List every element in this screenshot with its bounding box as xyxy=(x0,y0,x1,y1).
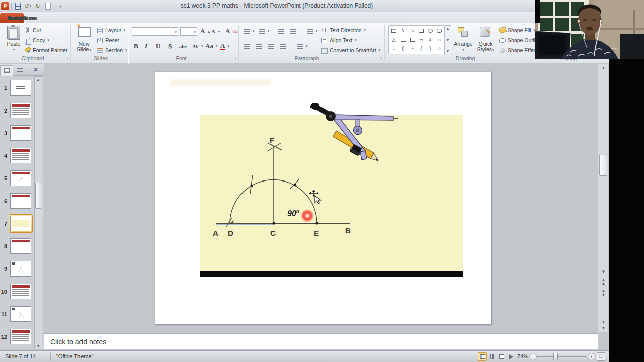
zoom-level[interactable]: 74% xyxy=(517,353,528,359)
slide-thumbnail-row[interactable]: 12 xyxy=(0,325,34,348)
notes-scroll-up-icon[interactable]: ▲ xyxy=(598,320,609,324)
powerpoint-logo-icon[interactable]: P xyxy=(1,2,9,10)
ribbon-tab[interactable]: View xyxy=(0,13,27,23)
grow-font-button[interactable]: A▲ xyxy=(200,27,210,35)
shape-oval-icon[interactable] xyxy=(428,29,433,33)
shape-left-brace-icon[interactable]: { xyxy=(420,46,422,51)
theme-name[interactable]: "Office Theme" xyxy=(56,353,93,359)
slide-thumbnail-row[interactable]: 9 xyxy=(0,257,34,280)
layout-button[interactable]: Layout▾ xyxy=(97,26,125,34)
zoom-out-button[interactable]: − xyxy=(529,353,537,360)
slide-thumbnail[interactable] xyxy=(10,306,31,322)
customize-qat-dropdown[interactable]: ▾ xyxy=(56,2,64,10)
italic-button[interactable]: I xyxy=(145,42,147,50)
slide-thumbnail[interactable] xyxy=(10,216,31,231)
slideshow-button[interactable] xyxy=(507,352,515,361)
shape-rounded-rectangle-icon[interactable] xyxy=(437,29,442,33)
shape-right-arrow-icon[interactable]: ⇒ xyxy=(419,37,423,42)
zoom-slider-track[interactable] xyxy=(537,356,587,357)
redo-icon[interactable]: ↻ xyxy=(34,2,42,10)
slide-thumbnail[interactable] xyxy=(10,148,31,163)
arrange-button[interactable]: Arrange▾ xyxy=(453,24,474,55)
shapes-gallery[interactable]: \ ↘ △ ⇒ ⇓ ∩ ≈ ( ~ { } ☆ xyxy=(388,25,445,54)
align-text-button[interactable]: Align Text▾ xyxy=(321,36,357,44)
cut-button[interactable]: Cut xyxy=(24,26,41,34)
slide-thumbnail[interactable] xyxy=(10,238,31,254)
font-size-combobox[interactable]: ▾ xyxy=(180,27,197,36)
panel-scroll-thumb[interactable] xyxy=(35,183,41,209)
slide-thumbnail[interactable] xyxy=(10,80,31,96)
shape-arrow-icon[interactable]: ↘ xyxy=(410,28,414,33)
close-panel-icon[interactable]: ✕ xyxy=(33,66,38,73)
slide-thumbnail-row[interactable]: 11 xyxy=(0,303,34,325)
shape-curve-icon[interactable]: ~ xyxy=(411,46,414,51)
clear-formatting-button[interactable]: A⌫ xyxy=(225,27,238,35)
panel-scrollbar[interactable]: ▲ ▼ xyxy=(34,76,42,349)
reading-view-button[interactable] xyxy=(497,352,506,361)
slide-thumbnail-row[interactable]: 6 xyxy=(0,190,34,212)
new-document-icon[interactable] xyxy=(44,2,52,10)
fit-to-window-button[interactable]: ⛶ xyxy=(597,352,605,361)
previous-slide-button[interactable]: ▲▲ xyxy=(598,278,609,285)
underline-button[interactable]: U xyxy=(156,42,160,50)
text-direction-button[interactable]: Text Direction▾ xyxy=(321,26,366,34)
convert-smartart-button[interactable]: Convert to SmartArt▾ xyxy=(321,46,380,54)
shape-elbow-connector-icon[interactable] xyxy=(401,38,406,42)
align-center-button[interactable] xyxy=(256,42,262,50)
change-case-button[interactable]: Aa▾ xyxy=(205,42,217,50)
shape-line-icon[interactable]: \ xyxy=(403,28,404,33)
notes-panel[interactable]: Click to add notes xyxy=(44,333,598,349)
slide-thumbnail[interactable] xyxy=(10,193,31,209)
reset-button[interactable]: Reset xyxy=(97,36,119,44)
tab-slides[interactable] xyxy=(0,65,13,76)
slide-thumbnail-row[interactable]: 2 xyxy=(0,99,34,122)
slide-canvas[interactable]: A D C E B F 90o xyxy=(155,72,491,324)
panel-scroll-down-icon[interactable]: ▼ xyxy=(35,344,41,348)
bold-button[interactable]: B xyxy=(134,42,138,50)
shape-effects-button[interactable]: Shape Effect xyxy=(499,46,538,54)
zoom-in-button[interactable]: + xyxy=(588,353,595,360)
scroll-up-icon[interactable]: ▲ xyxy=(598,66,609,70)
clipboard-dialog-launcher[interactable] xyxy=(64,55,69,60)
tab-outline[interactable] xyxy=(13,65,26,76)
scroll-thumb[interactable] xyxy=(599,155,607,176)
slide-counter[interactable]: Slide 7 of 14 xyxy=(5,353,36,359)
shape-cloud-icon[interactable]: ∩ xyxy=(437,37,441,42)
slide-thumbnail[interactable] xyxy=(10,125,31,141)
font-name-combobox[interactable]: ▾ xyxy=(132,27,178,36)
shape-rectangle-icon[interactable] xyxy=(419,29,424,33)
slide-thumbnail-row[interactable]: 13 xyxy=(0,348,34,349)
gallery-up-icon[interactable]: ▲ xyxy=(446,27,450,30)
decrease-indent-button[interactable] xyxy=(278,27,284,35)
slide-thumbnail-row[interactable]: 10 xyxy=(0,280,34,303)
shape-fill-button[interactable]: Shape Fill▾ xyxy=(499,26,535,34)
font-color-button[interactable]: A▾ xyxy=(220,42,229,50)
section-button[interactable]: Section▾ xyxy=(97,46,127,54)
strikethrough-button[interactable]: abe xyxy=(179,42,187,50)
undo-icon[interactable]: ↺▾ xyxy=(24,2,32,10)
save-icon[interactable] xyxy=(14,2,22,10)
bullets-button[interactable]: ▾ xyxy=(244,27,255,35)
shape-outline-button[interactable]: Shape Outlin xyxy=(499,36,538,44)
character-spacing-button[interactable]: AV▾ xyxy=(192,42,203,50)
slide-thumbnail[interactable] xyxy=(10,284,31,299)
shape-arc-icon[interactable]: ( xyxy=(402,46,404,51)
slide-thumbnail-row[interactable]: 7 xyxy=(0,212,34,235)
gallery-more-icon[interactable]: ▼ xyxy=(446,49,450,53)
slide-thumbnail-row[interactable]: 8 xyxy=(0,235,34,257)
compass-clipart[interactable] xyxy=(308,103,404,165)
increase-indent-button[interactable] xyxy=(290,27,296,35)
font-dialog-launcher[interactable] xyxy=(232,55,237,60)
slide-thumbnail-row[interactable]: 1 xyxy=(0,76,34,99)
line-spacing-button[interactable]: ▾ xyxy=(307,27,318,35)
shape-scribble-icon[interactable]: ≈ xyxy=(392,46,395,51)
zoom-slider-thumb[interactable] xyxy=(553,353,558,360)
slide-thumbnail[interactable] xyxy=(10,329,31,344)
slide-thumbnail-row[interactable]: 4 xyxy=(0,144,34,167)
new-slide-button[interactable]: New Slide▾ xyxy=(73,24,95,55)
align-left-button[interactable] xyxy=(244,42,250,50)
shadow-button[interactable]: S xyxy=(168,42,172,50)
slide-thumbnail[interactable] xyxy=(10,103,31,118)
next-slide-button[interactable]: ▼▼ xyxy=(598,290,609,297)
normal-view-button[interactable] xyxy=(478,352,487,361)
